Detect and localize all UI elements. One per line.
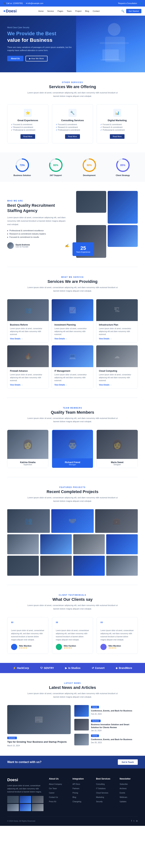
recruit-text: Lorem ipsum dolor sit amet, consectetuer… <box>7 216 69 226</box>
feature-2-0: Focused & commitment <box>100 123 134 126</box>
testimonials-title: What Our Clients say <box>7 597 138 602</box>
service2-link-3[interactable]: View Details → <box>10 384 46 386</box>
project-img3-2[interactable] <box>73 556 105 576</box>
footer-col-title-0: About Us <box>49 778 67 780</box>
project-img-0[interactable]: 👥 <box>7 509 50 533</box>
footer-link-3-2[interactable]: Events <box>120 792 125 794</box>
news-main-title[interactable]: Tips for Growing Your Business and Start… <box>7 740 71 744</box>
footer-link-1-4[interactable]: Changelog <box>72 801 81 803</box>
project-img-2[interactable]: 💼 <box>95 509 138 533</box>
partner-4[interactable]: ◈ BrandMore <box>116 666 132 670</box>
feature-1-2: Professional & commitment <box>56 129 89 131</box>
news-item-title-2[interactable]: Conference, Events, and Back for Busines… <box>91 738 132 741</box>
service2-text-0: Lorem ipsum dolor sit amet, consectetur … <box>10 327 46 336</box>
footer-link-3-3[interactable]: Webinars <box>120 796 127 798</box>
service2-link-1[interactable]: View Details → <box>55 338 90 340</box>
footer-link-3-1[interactable]: Archives <box>120 787 126 789</box>
news-item-0: Events Conference, Events, and Back for … <box>74 705 138 717</box>
project-img2-0[interactable] <box>7 534 39 554</box>
footer-link-1-0[interactable]: API Docs <box>72 783 80 785</box>
partner-3[interactable]: ↺ Convert <box>92 666 105 670</box>
testimonial-author-0: Nike Mardion ★★★★★ <box>11 644 45 650</box>
service-title-1: Consulting Services <box>56 119 89 122</box>
t-stars-0: ★★★★★ <box>19 647 32 649</box>
footer-link-2-2[interactable]: Cloud Services <box>96 792 108 794</box>
service-btn-2[interactable]: Read More <box>110 134 124 139</box>
service2-body-0: Business Reform Lorem ipsum dolor sit am… <box>7 321 49 342</box>
footer-link-3-0[interactable]: Subscribe <box>120 783 128 785</box>
services-label: Other Services <box>7 82 138 83</box>
news-item-2: Events Conference, Events, and Back for … <box>74 734 138 745</box>
footer-link-2-4[interactable]: Security <box>96 801 103 803</box>
project-img3-1[interactable] <box>40 556 72 576</box>
partner-1[interactable]: 🛡 SENTRY <box>40 666 54 670</box>
hero-primary-btn[interactable]: About Us <box>7 56 23 61</box>
nav-blog[interactable]: Blog <box>85 10 89 12</box>
news-main-tag: Business <box>7 737 17 739</box>
footer-link-0-4[interactable]: Press Kit <box>49 801 56 803</box>
footer-link-0-0[interactable]: About Company <box>49 783 62 785</box>
search-button[interactable]: 🔍 <box>121 10 124 12</box>
service-btn-1[interactable]: Read More <box>65 134 80 139</box>
service2-text-5: Lorem ipsum dolor sit amet, consectetur … <box>99 373 135 382</box>
project-img3-0[interactable] <box>7 556 39 576</box>
service2-card-2: 🏗 Infrastructure Plan Lorem ipsum dolor … <box>96 299 138 342</box>
footer-link-3-4[interactable]: Updates <box>120 801 126 803</box>
partner-icon-2: ▶ <box>65 666 67 670</box>
project-img-1[interactable]: 🤝 <box>51 509 94 533</box>
team-name-2: Maria Sweet <box>99 461 135 464</box>
bullet-0: Professional & commitment excellence <box>7 229 69 232</box>
partner-0[interactable]: ⚡ HackCorp <box>13 666 29 670</box>
hero-outline-btn[interactable]: ▶ How We Work <box>26 56 47 61</box>
nav-team[interactable]: Team <box>67 10 72 12</box>
project-img2-3[interactable] <box>106 534 138 554</box>
footer-link-0-1[interactable]: Our Team <box>49 787 57 789</box>
news-item-title-1[interactable]: Business Innovation Solution and Smart S… <box>91 723 138 729</box>
service2-link-2[interactable]: View Details → <box>99 338 135 340</box>
topbar-email: ✉ info@example.com <box>26 2 43 4</box>
footer-link-1-3[interactable]: Blog <box>72 796 76 798</box>
nav-contact[interactable]: Contact <box>93 10 100 12</box>
service2-link-4[interactable]: View Details → <box>55 384 90 386</box>
footer-link-0-3[interactable]: Contact Us <box>49 796 58 798</box>
topbar-cta[interactable]: Request a Consultation <box>118 2 137 4</box>
footer-link-1-2[interactable]: Pricing <box>72 792 78 794</box>
service2-link-5[interactable]: View Details → <box>99 384 135 386</box>
nav-home[interactable]: Home <box>38 10 43 12</box>
bullet-2: Focused & commitment to results <box>7 236 69 239</box>
project-img2-1[interactable] <box>40 534 72 554</box>
topbar: 📞 Call us: 1234567891 ✉ info@example.com… <box>0 0 145 6</box>
team-role-2: Designer <box>99 464 135 466</box>
service2-title-1: Investment Planning <box>55 323 90 326</box>
testimonial-card-0: " Lorem ipsum dolor sit amet, consectetu… <box>7 617 48 654</box>
cta-btn[interactable]: Get In Touch <box>118 760 138 765</box>
team-subtitle: Lorem ipsum dolor sit amet, consectetuer… <box>27 416 118 423</box>
hero-breadcrumb: World Class Cyber Security <box>7 27 76 29</box>
partner-2[interactable]: ▶ Io Studios <box>65 666 80 670</box>
site-logo[interactable]: Doesi <box>4 9 17 13</box>
news-thumb-1 <box>74 719 89 731</box>
news-item-title-0[interactable]: Conference, Events, and Back for Busines… <box>91 709 132 712</box>
social-li[interactable]: in <box>136 820 138 822</box>
nav-service[interactable]: Service <box>47 10 54 12</box>
nav-project[interactable]: Project <box>75 10 81 12</box>
service-btn-0[interactable]: Read More <box>21 134 35 139</box>
social-tw[interactable]: t <box>134 820 134 822</box>
project-img3-3[interactable] <box>106 556 138 576</box>
t-info-2: Nike Mardion ★★★★★ <box>108 645 121 649</box>
nav-pages[interactable]: Pages <box>58 10 63 12</box>
footer-link-0-2[interactable]: Career <box>49 792 55 794</box>
team-info-2: Maria Sweet Designer <box>97 459 138 468</box>
footer-link-2-0[interactable]: Consulting <box>96 783 105 785</box>
footer-link-2-3[interactable]: Marketing <box>96 796 104 798</box>
social-fb[interactable]: f <box>131 820 132 822</box>
project-img2-2[interactable] <box>73 534 105 554</box>
footer-thumb-4 <box>20 804 31 811</box>
stat-1: 80% 24/7 Support <box>41 158 71 177</box>
nav-cta-button[interactable]: Get Started <box>126 9 141 13</box>
team-grid: 👩 Katrina Omaha Supervisor 👨 Richard Fri… <box>7 430 138 468</box>
service2-link-0[interactable]: View Details → <box>10 338 46 340</box>
team-img-1: 👨 <box>52 430 93 459</box>
footer-link-2-1[interactable]: IT Solutions <box>96 787 106 789</box>
footer-link-1-1[interactable]: Partners <box>72 787 79 789</box>
